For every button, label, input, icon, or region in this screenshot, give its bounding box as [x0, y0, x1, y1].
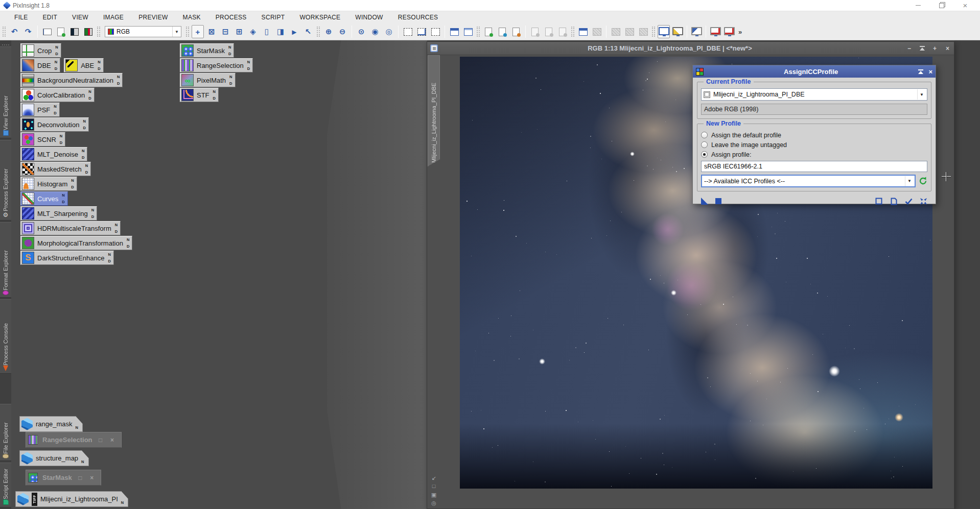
assign-icc-profile-dialog[interactable]: AssignICCProfile × Current Profile Mlije… — [692, 65, 936, 204]
stf-reset-icon[interactable] — [709, 25, 721, 38]
optimal-zoom-icon[interactable]: ◎ — [431, 500, 436, 506]
image-icon-range_mask[interactable]: range_maskN — [19, 416, 83, 432]
radio-button[interactable] — [701, 151, 708, 158]
sidebar-tab-process-explorer[interactable]: Process Explorer⚙ — [0, 140, 11, 221]
set-identifier-icon[interactable] — [41, 25, 53, 38]
view-selector-tab[interactable]: Mlijecni_iz_Lightrooma_PI_DBE — [428, 55, 440, 166]
stf-enabled-icon[interactable] — [658, 25, 670, 38]
process-icon-hdrmultiscaletransform[interactable]: HDRMultiscaleTransformND — [20, 221, 121, 235]
view-selector-combo[interactable]: Mlijecni_iz_Lightrooma_PI_DBE ▼ — [701, 88, 927, 101]
menu-window[interactable]: WINDOW — [355, 14, 383, 21]
process-icon-mlt_sharpening[interactable]: MLT_SharpeningND — [20, 206, 97, 221]
radio-option-leave-the-image-untagged[interactable]: Leave the image untagged — [701, 140, 927, 150]
process-icon-deconvolution[interactable]: DeconvolutionND — [20, 117, 89, 132]
reset-icon[interactable] — [919, 197, 927, 205]
show-mask-icon[interactable] — [577, 25, 589, 38]
menu-image[interactable]: IMAGE — [103, 14, 124, 21]
stf-edit-icon[interactable] — [690, 25, 703, 38]
zoom-out-icon[interactable]: ⊖ — [336, 25, 348, 38]
panel-left-icon[interactable]: ▯ — [261, 25, 273, 38]
apply-global-icon[interactable] — [715, 198, 721, 204]
clone-image-icon[interactable] — [82, 25, 95, 38]
menu-preview[interactable]: PREVIEW — [138, 14, 168, 21]
image-window-titlebar[interactable]: RGB 1:13 Mlijecni_iz_Lightrooma_PI_DBE |… — [427, 42, 954, 55]
sidebar-tab-script-editor[interactable]: Script Editor — [0, 463, 11, 507]
process-icon-scnr[interactable]: SCNRND — [20, 132, 65, 147]
contract-view-icon[interactable]: ⊟ — [219, 25, 231, 38]
shade-window-icon[interactable] — [919, 45, 925, 52]
open-image-icon[interactable] — [482, 25, 495, 38]
menu-process[interactable]: PROCESS — [216, 14, 247, 21]
shade-dialog-icon[interactable] — [918, 67, 923, 76]
image-icon-mlijecni_iz_lightrooma_pi[interactable]: TIFFMlijecni_iz_Lightrooma_PIN — [15, 491, 128, 507]
stf-disable-icon[interactable] — [723, 25, 735, 38]
process-icon-rangeselection[interactable]: RangeSelectionND — [180, 58, 253, 72]
select-mode-icon[interactable]: ► — [288, 25, 300, 38]
fit-window-icon[interactable] — [448, 25, 460, 38]
zoom-to-fit-icon[interactable]: ◉ — [369, 25, 381, 38]
process-icon-crop[interactable]: CropND — [20, 43, 61, 58]
process-icon-abe[interactable]: ABEND — [64, 58, 103, 72]
shrink-window-icon[interactable] — [462, 25, 474, 38]
close-window-icon[interactable]: × — [944, 45, 951, 52]
process-icon-psf[interactable]: PSFND — [20, 103, 60, 117]
preview-mode-icon[interactable] — [429, 25, 441, 38]
radio-button[interactable] — [701, 132, 708, 138]
zoom-in-icon[interactable]: ⊕ — [322, 25, 335, 38]
sidebar-tab-format-explorer[interactable]: Format Explorer — [0, 222, 11, 298]
undo-icon[interactable]: ↶ — [8, 25, 20, 38]
expand-view-icon[interactable]: ⊠ — [205, 25, 218, 38]
restore-button[interactable] — [930, 0, 953, 11]
zoom-1-1-icon[interactable]: ⊙ — [355, 25, 367, 38]
available-profiles-combo[interactable]: --> Available ICC Profiles <-- ▼ — [701, 175, 916, 187]
radio-option-assign-the-default-profile[interactable]: Assign the default profile — [701, 130, 927, 140]
maximize-window-icon[interactable]: + — [931, 45, 938, 52]
menu-mask[interactable]: MASK — [183, 14, 201, 21]
fit-window-icon[interactable]: □ — [432, 483, 436, 490]
process-icon-stf[interactable]: STFND — [180, 88, 219, 102]
duplicate-image-icon[interactable] — [68, 25, 81, 38]
sidebar-tab-file-explorer[interactable]: File Explorer — [0, 404, 11, 461]
process-icon-colorcalibration[interactable]: ColorCalibrationND — [20, 88, 95, 102]
edit-preview-icon[interactable] — [415, 25, 428, 38]
chevron-down-icon[interactable]: ▼ — [917, 89, 926, 100]
new-instance-icon[interactable] — [701, 198, 708, 205]
edit-instance-icon[interactable] — [890, 197, 898, 205]
iconized-window-rangeselection[interactable]: RangeSelection□× — [26, 432, 122, 448]
process-icon-darkstructureenhance[interactable]: SDarkStructureEnhanceND — [20, 251, 114, 265]
menu-script[interactable]: SCRIPT — [262, 14, 285, 21]
restore-window-icon[interactable]: □ — [77, 474, 84, 481]
iconized-window-starmask[interactable]: StarMask□× — [26, 470, 101, 486]
process-icon-starmask[interactable]: StarMaskND — [180, 43, 234, 58]
display-channel-selector[interactable]: RGB▼ — [105, 26, 181, 37]
sidebar-tab-view-explorer[interactable]: View Explorer — [0, 46, 11, 138]
arrow-mode-icon[interactable]: ↖ — [302, 25, 314, 38]
process-icon-backgroundneutralization[interactable]: BackgroundNeutralizationND — [20, 73, 123, 87]
menu-file[interactable]: FILE — [14, 14, 28, 21]
new-image-icon[interactable] — [55, 25, 67, 38]
iconize-window-icon[interactable]: − — [906, 45, 913, 52]
process-icon-curves[interactable]: CurvesND — [20, 191, 68, 206]
restore-window-icon[interactable]: □ — [97, 437, 104, 444]
close-button[interactable] — [953, 0, 977, 11]
process-icon-maskedstretch[interactable]: MaskedStretchND — [20, 162, 91, 176]
process-icon-mlt_denoise[interactable]: MLT_DenoiseND — [20, 147, 87, 161]
close-dialog-icon[interactable]: × — [928, 68, 932, 75]
execute-icon[interactable] — [904, 197, 913, 205]
view-icon[interactable] — [430, 44, 438, 52]
save-image-icon[interactable] — [496, 25, 508, 38]
process-icon-morphologicaltransformation[interactable]: MorphologicalTransformationND — [20, 236, 132, 250]
radio-button[interactable] — [701, 141, 708, 148]
assign-profile-input[interactable] — [701, 161, 927, 172]
minimize-button[interactable] — [906, 0, 930, 11]
pan-mode-icon[interactable]: ⊞ — [233, 25, 245, 38]
menu-view[interactable]: VIEW — [72, 14, 88, 21]
readout-mode-icon[interactable]: + — [192, 25, 204, 38]
menu-workspace[interactable]: WORKSPACE — [299, 14, 340, 21]
chevron-down-icon[interactable]: ▼ — [172, 27, 181, 37]
zoom-optimal-icon[interactable]: ◎ — [383, 25, 395, 38]
stf-auto-stretch-icon[interactable] — [671, 25, 684, 38]
panel-right-icon[interactable]: ◨ — [274, 25, 287, 38]
process-icon-pixelmath[interactable]: ∞PixelMathND — [180, 73, 236, 87]
dialog-titlebar[interactable]: AssignICCProfile × — [693, 65, 936, 78]
